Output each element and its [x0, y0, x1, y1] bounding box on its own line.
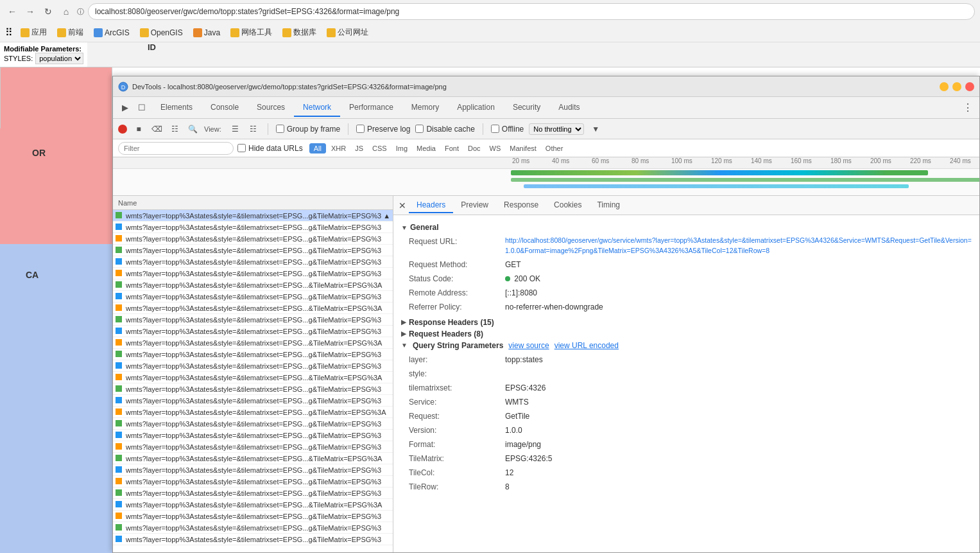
device-toggle-button[interactable]: ☐ — [135, 101, 149, 115]
request-list-item[interactable]: wmts?layer=topp%3Astates&style=&tilematr… — [113, 441, 393, 453]
clear-button[interactable]: ⌫ — [150, 123, 163, 136]
request-list-item[interactable]: wmts?layer=topp%3Astates&style=&tilematr… — [113, 210, 393, 222]
tab-application[interactable]: Application — [448, 99, 504, 117]
request-list-item[interactable]: wmts?layer=topp%3Astates&style=&tilematr… — [113, 372, 393, 383]
filter-type-js[interactable]: JS — [351, 143, 367, 154]
stop-recording-button[interactable]: ■ — [132, 123, 145, 136]
request-list-item[interactable]: wmts?layer=topp%3Astates&style=&tilematr… — [113, 395, 393, 407]
request-list-item[interactable]: wmts?layer=topp%3Astates&style=&tilematr… — [113, 256, 393, 268]
tab-console[interactable]: Console — [202, 99, 248, 117]
request-list-item[interactable]: wmts?layer=topp%3Astates&style=&tilematr… — [113, 337, 393, 349]
home-button[interactable]: ⌂ — [59, 4, 73, 19]
tab-audits[interactable]: Audits — [549, 99, 589, 117]
request-list-item[interactable]: wmts?layer=topp%3Astates&style=&tilematr… — [113, 487, 393, 499]
group-by-frame-checkbox[interactable] — [276, 125, 284, 133]
window-close-button[interactable] — [965, 82, 974, 91]
hide-data-urls-checkbox[interactable] — [237, 144, 246, 152]
bookmark-java[interactable]: Java — [191, 27, 223, 39]
request-list-item[interactable]: wmts?layer=topp%3Astates&style=&tilematr… — [113, 245, 393, 256]
bookmark-company[interactable]: 公司网址 — [324, 26, 371, 39]
request-list-item[interactable]: wmts?layer=topp%3Astates&style=&tilematr… — [113, 326, 393, 337]
request-list-item[interactable]: wmts?layer=topp%3Astates&style=&tilematr… — [113, 222, 393, 233]
group-by-frame-checkbox-label[interactable]: Group by frame — [276, 125, 340, 134]
bookmark-apps[interactable]: 应用 — [18, 26, 49, 39]
filter-type-manifest[interactable]: Manifest — [506, 143, 540, 154]
record-button[interactable] — [118, 125, 127, 134]
hide-data-urls-label[interactable]: Hide data URLs — [237, 144, 303, 153]
view-list-button[interactable]: ☰ — [229, 123, 242, 136]
request-list-item[interactable]: wmts?layer=topp%3Astates&style=&tilematr… — [113, 360, 393, 372]
request-headers-section-header[interactable]: ▶ Request Headers (8) — [401, 329, 972, 338]
request-list-item[interactable]: wmts?layer=topp%3Astates&style=&tilematr… — [113, 476, 393, 487]
bookmark-frontend[interactable]: 前端 — [55, 26, 86, 39]
request-list-item[interactable]: wmts?layer=topp%3Astates&style=&tilematr… — [113, 418, 393, 430]
detail-tab-cookies[interactable]: Cookies — [546, 198, 589, 213]
filter-type-other[interactable]: Other — [542, 143, 567, 154]
filter-type-ws[interactable]: WS — [486, 143, 505, 154]
request-list-item[interactable]: wmts?layer=topp%3Astates&style=&tilematr… — [113, 233, 393, 245]
tab-sources[interactable]: Sources — [248, 99, 294, 117]
throttle-settings-button[interactable]: ▼ — [589, 123, 602, 136]
request-list-item[interactable]: wmts?layer=topp%3Astates&style=&tilematr… — [113, 303, 393, 314]
styles-select[interactable]: population — [35, 53, 83, 64]
request-list-item[interactable]: wmts?layer=topp%3Astates&style=&tilematr… — [113, 534, 393, 545]
request-list-item[interactable]: wmts?layer=topp%3Astates&style=&tilematr… — [113, 314, 393, 326]
filter-type-css[interactable]: CSS — [368, 143, 391, 154]
disable-cache-checkbox[interactable] — [415, 125, 424, 133]
request-list-item[interactable]: wmts?layer=topp%3Astates&style=&tilematr… — [113, 464, 393, 476]
bookmark-network-tools[interactable]: 网络工具 — [228, 26, 275, 39]
request-list-item[interactable]: wmts?layer=topp%3Astates&style=&tilematr… — [113, 453, 393, 464]
filter-type-img[interactable]: Img — [392, 143, 411, 154]
search-button[interactable]: 🔍 — [186, 123, 199, 136]
request-list-item[interactable]: wmts?layer=topp%3Astates&style=&tilematr… — [113, 522, 393, 534]
devtools-more-button[interactable]: ⋮ — [959, 99, 977, 117]
request-list-item[interactable]: wmts?layer=topp%3Astates&style=&tilematr… — [113, 430, 393, 441]
request-list-item[interactable]: wmts?layer=topp%3Astates&style=&tilematr… — [113, 268, 393, 279]
back-button[interactable]: ← — [5, 4, 19, 19]
detail-close-button[interactable]: ✕ — [396, 199, 409, 212]
filter-type-font[interactable]: Font — [441, 143, 463, 154]
request-list-item[interactable]: wmts?layer=topp%3Astates&style=&tilematr… — [113, 407, 393, 418]
filter-type-media[interactable]: Media — [413, 143, 440, 154]
bookmark-arcgis[interactable]: ArcGIS — [91, 27, 132, 39]
tab-network[interactable]: Network — [294, 99, 340, 117]
filter-type-xhr[interactable]: XHR — [327, 143, 350, 154]
view-detail-button[interactable]: ☷ — [247, 123, 260, 136]
preserve-log-checkbox-label[interactable]: Preserve log — [356, 125, 410, 134]
inspect-element-button[interactable]: ▶ — [118, 101, 132, 115]
request-list-item[interactable]: wmts?layer=topp%3Astates&style=&tilematr… — [113, 499, 393, 511]
preserve-log-checkbox[interactable] — [356, 125, 365, 133]
detail-tab-response[interactable]: Response — [496, 198, 546, 213]
throttle-select[interactable]: No throttling — [529, 123, 584, 135]
detail-tab-headers[interactable]: Headers — [409, 198, 453, 213]
bookmark-database[interactable]: 数据库 — [280, 26, 319, 39]
request-list-item[interactable]: wmts?layer=topp%3Astates&style=&tilematr… — [113, 349, 393, 360]
request-list-item[interactable]: wmts?layer=topp%3Astates&style=&tilematr… — [113, 279, 393, 291]
filter-type-all[interactable]: All — [309, 143, 326, 154]
url-input[interactable] — [88, 3, 975, 20]
window-maximize-button[interactable] — [952, 82, 961, 91]
tab-security[interactable]: Security — [504, 99, 549, 117]
window-minimize-button[interactable] — [940, 82, 949, 91]
refresh-button[interactable]: ↻ — [41, 4, 55, 19]
view-url-encoded-link[interactable]: view URL encoded — [554, 341, 619, 350]
view-source-link[interactable]: view source — [508, 341, 549, 350]
offline-checkbox[interactable] — [491, 125, 499, 133]
request-list-item[interactable]: wmts?layer=topp%3Astates&style=&tilematr… — [113, 291, 393, 303]
filter-input[interactable] — [118, 142, 234, 155]
detail-tab-preview[interactable]: Preview — [453, 198, 496, 213]
detail-tab-timing[interactable]: Timing — [589, 198, 628, 213]
offline-checkbox-label[interactable]: Offline — [491, 125, 524, 134]
filter-toggle-button[interactable]: ☷ — [168, 123, 181, 136]
general-section-header[interactable]: ▼ General — [401, 223, 972, 232]
request-list-item[interactable]: wmts?layer=topp%3Astates&style=&tilematr… — [113, 511, 393, 522]
tab-memory[interactable]: Memory — [402, 99, 448, 117]
response-headers-section-header[interactable]: ▶ Response Headers (15) — [401, 318, 972, 327]
tab-performance[interactable]: Performance — [340, 99, 402, 117]
forward-button[interactable]: → — [23, 4, 37, 19]
filter-type-doc[interactable]: Doc — [464, 143, 485, 154]
bookmark-opengis[interactable]: OpenGIS — [137, 27, 185, 39]
disable-cache-checkbox-label[interactable]: Disable cache — [415, 125, 474, 134]
tab-elements[interactable]: Elements — [151, 99, 202, 117]
request-list-item[interactable]: wmts?layer=topp%3Astates&style=&tilematr… — [113, 383, 393, 395]
